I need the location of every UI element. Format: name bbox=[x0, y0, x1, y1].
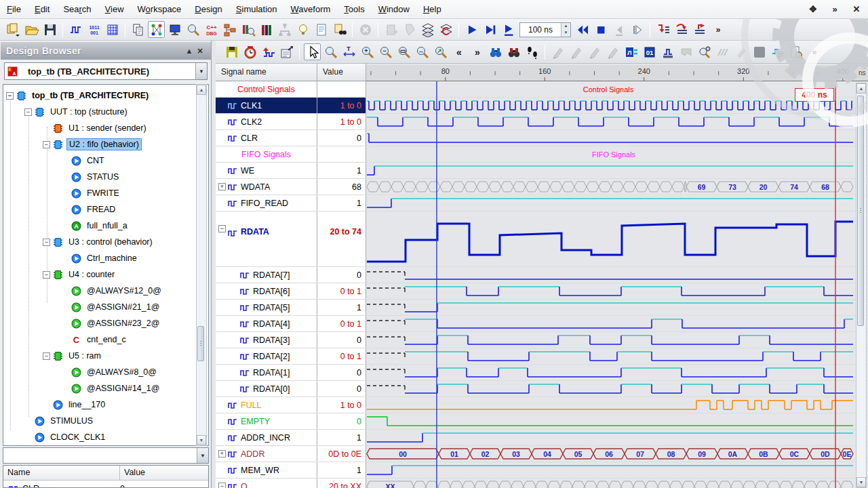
binoculars-blue-icon[interactable] bbox=[487, 43, 504, 60]
zoom-in-icon[interactable]: + bbox=[359, 43, 376, 60]
magnifier-icon[interactable] bbox=[184, 21, 201, 38]
signal-name-cell[interactable]: −Q bbox=[216, 479, 317, 488]
tree-item-fwrite[interactable]: FWRITE bbox=[61, 185, 121, 201]
collapse-expander-icon[interactable]: − bbox=[24, 108, 32, 116]
signal-row-clr[interactable]: CLR0 bbox=[216, 130, 366, 146]
tree-item-top-tb-tb-architecture-[interactable]: −top_tb (TB_ARCHITECTURE) bbox=[6, 87, 151, 104]
design-browser-titlebar[interactable]: Design Browser ▲ ✕ bbox=[1, 42, 211, 60]
zoom-area-icon[interactable]: ▭ bbox=[395, 43, 412, 60]
signal-name-cell[interactable]: CLK2 bbox=[216, 114, 317, 129]
new-dropdown-icon[interactable] bbox=[5, 21, 22, 38]
compare-01-icon[interactable]: 01 bbox=[641, 43, 658, 60]
collapse-expander-icon[interactable]: − bbox=[6, 92, 14, 100]
signal-name-cell[interactable]: RDATA[5] bbox=[216, 300, 317, 315]
rewind-icon[interactable] bbox=[574, 21, 591, 38]
signal-row-clk2[interactable]: CLK21 to 0 bbox=[216, 114, 366, 130]
tree-item-cnt[interactable]: CNT bbox=[61, 152, 106, 169]
expand-expander-icon[interactable]: + bbox=[218, 183, 226, 190]
signal-row-rdata-6-[interactable]: RDATA[6]0 to 1 bbox=[216, 283, 366, 300]
tree-item-ctrl-machine[interactable]: Ctrl_machine bbox=[61, 250, 139, 266]
signal-row-rdata-2-[interactable]: RDATA[2]0 to 1 bbox=[216, 348, 366, 365]
signal-name-cell[interactable]: RDATA[4] bbox=[216, 316, 317, 331]
signal-row-rdata-7-[interactable]: RDATA[7]0 bbox=[216, 267, 366, 283]
signal-name-header[interactable]: Signal name bbox=[216, 64, 317, 81]
find-in-files-icon[interactable] bbox=[331, 21, 348, 38]
spin-up-icon[interactable]: ▲ bbox=[561, 23, 570, 30]
expand-expander-icon[interactable]: + bbox=[218, 450, 226, 458]
tree-item-status[interactable]: STATUS bbox=[61, 169, 121, 185]
stamp-icon[interactable] bbox=[659, 43, 676, 60]
signal-row-addr-incr[interactable]: ADDR_INCR1 bbox=[216, 430, 366, 446]
signal-row-wdata[interactable]: +WDATA68 bbox=[216, 179, 366, 195]
signal-name-cell[interactable]: MEM_WR bbox=[216, 462, 317, 478]
layers-icon[interactable] bbox=[419, 21, 436, 38]
close-window-icon[interactable]: ✕ bbox=[849, 2, 864, 16]
tree-item-fread[interactable]: FREAD bbox=[61, 201, 117, 218]
signal-name-cell[interactable]: Control Signals bbox=[216, 81, 317, 97]
tree-item-u4-counter[interactable]: −U4 : counter bbox=[43, 266, 117, 283]
signal-name-cell[interactable]: ADDR_INCR bbox=[216, 430, 317, 445]
signal-row-rdata-3-[interactable]: RDATA[3]0 bbox=[216, 332, 366, 348]
tree-item-cnt-end-c[interactable]: Ccnt_end_c bbox=[61, 331, 128, 348]
simulation-time-input[interactable]: 100 ns▲▼ bbox=[519, 22, 571, 37]
save-wave-icon[interactable] bbox=[223, 43, 240, 60]
step-forward-icon[interactable] bbox=[629, 21, 646, 38]
collapse-expander-icon[interactable]: − bbox=[218, 483, 226, 488]
value-header[interactable]: Value bbox=[317, 64, 366, 81]
scroll-down-icon[interactable]: ▼ bbox=[856, 477, 866, 487]
tree-item-clock-clk1[interactable]: CLOCK_CLK1 bbox=[24, 429, 107, 445]
doc-note-icon[interactable] bbox=[313, 21, 330, 38]
signal-row-rdata-1-[interactable]: RDATA[1]0 bbox=[216, 365, 366, 381]
tree-item-u1-sender-sender-[interactable]: U1 : sender (sender) bbox=[43, 120, 149, 136]
tree-item-stimulus[interactable]: STIMULUS bbox=[24, 413, 95, 429]
menu-design[interactable]: Design bbox=[188, 1, 229, 18]
signal-name-cell[interactable]: RDATA[0] bbox=[216, 381, 317, 396]
footprints-icon[interactable] bbox=[524, 43, 540, 60]
trace-into-icon[interactable] bbox=[654, 21, 671, 38]
arrows-right-icon[interactable]: » bbox=[469, 43, 486, 60]
value-column-header[interactable]: Value bbox=[120, 466, 149, 480]
library-search-icon[interactable] bbox=[239, 21, 256, 38]
grid-icon[interactable] bbox=[104, 21, 121, 38]
signal-row-rdata[interactable]: −RDATA20 to 74 bbox=[216, 211, 366, 267]
measure-icon[interactable]: T bbox=[340, 43, 357, 60]
monitor-icon[interactable] bbox=[166, 21, 183, 38]
spin-down-icon[interactable]: ▼ bbox=[561, 30, 570, 37]
tree-item-u5-ram[interactable]: −U5 : ram bbox=[43, 348, 103, 364]
zoom-fit-icon[interactable]: ↔ bbox=[414, 43, 431, 60]
bulb-icon[interactable] bbox=[294, 21, 311, 38]
tree-item-u2-fifo-behavior-[interactable]: −U2 : fifo (behavior) bbox=[43, 136, 142, 152]
menu-edit[interactable]: Edit bbox=[28, 1, 56, 18]
signal-row-full[interactable]: FULL1 to 0 bbox=[216, 397, 366, 413]
tree-item-u3-control-behavior-[interactable]: −U3 : control (behavior) bbox=[43, 234, 155, 250]
menu-search[interactable]: Search bbox=[56, 1, 98, 18]
filter-combobox[interactable]: ▼ bbox=[3, 447, 209, 464]
time-spinner[interactable]: ▲▼ bbox=[561, 23, 570, 37]
menu-view[interactable]: View bbox=[98, 1, 131, 18]
name-column-header[interactable]: Name bbox=[3, 466, 120, 480]
group-row[interactable]: FIFO Signals bbox=[216, 146, 366, 163]
signal-name-cell[interactable]: FIFO_READ bbox=[216, 195, 317, 211]
table-row[interactable]: CLR 0 bbox=[3, 481, 208, 488]
waveform-plot-area[interactable]: 80160240320400nsControl SignalsFIFO Sign… bbox=[366, 65, 868, 488]
signal-name-cell[interactable]: EMPTY bbox=[216, 413, 317, 429]
play-to-end-icon[interactable] bbox=[481, 21, 498, 38]
tree-item--assign-23-2-[interactable]: @ASSIGN#23_2@ bbox=[61, 315, 161, 331]
pointer-icon[interactable] bbox=[304, 43, 321, 60]
binoculars-dark-icon[interactable] bbox=[505, 43, 522, 60]
signal-name-cell[interactable]: RDATA[6] bbox=[216, 283, 317, 299]
save-icon[interactable] bbox=[41, 21, 58, 38]
signal-row-rdata-4-[interactable]: RDATA[4]0 to 1 bbox=[216, 316, 366, 332]
add-signal-icon[interactable] bbox=[260, 43, 277, 60]
menu-waveform[interactable]: Waveform bbox=[284, 1, 338, 18]
timer-icon[interactable] bbox=[241, 43, 258, 60]
copy-docs-icon[interactable] bbox=[130, 21, 146, 38]
zoom-custom-icon[interactable]: ↗ bbox=[432, 43, 449, 60]
signal-row-empty[interactable]: EMPTY0 bbox=[216, 413, 366, 430]
books-icon[interactable] bbox=[258, 21, 275, 38]
signal-name-cell[interactable]: RDATA[3] bbox=[216, 332, 317, 348]
collapse-expander-icon[interactable]: − bbox=[43, 352, 50, 360]
hierarchy-icon[interactable] bbox=[221, 21, 238, 38]
chevron-icon[interactable]: » bbox=[709, 21, 726, 38]
signal-row-rdata-5-[interactable]: RDATA[5]1 bbox=[216, 300, 366, 316]
